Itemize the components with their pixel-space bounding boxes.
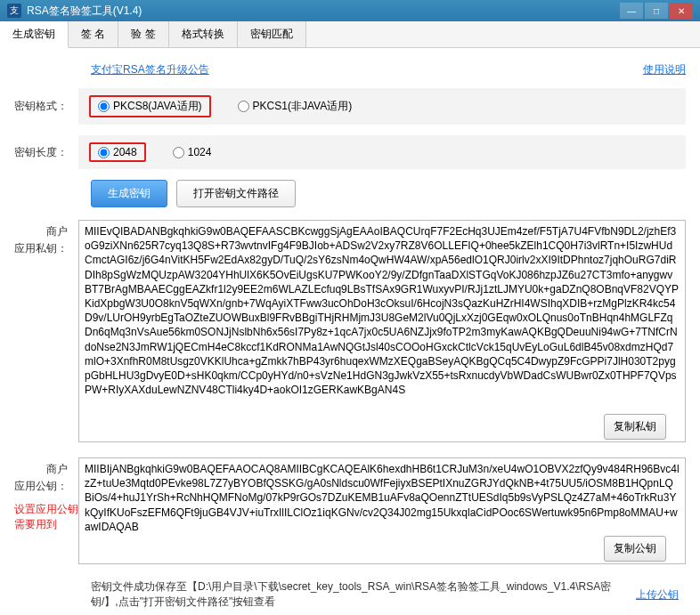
save-path-message: 密钥文件成功保存至【D:\用户目录\下载\secret_key_tools_RS… bbox=[91, 579, 625, 610]
radio-pkcs8[interactable]: PKCS8(JAVA适用) bbox=[98, 99, 202, 114]
tab-key-match[interactable]: 密钥匹配 bbox=[238, 21, 306, 47]
maximize-button[interactable]: □ bbox=[645, 3, 668, 19]
close-button[interactable]: ✕ bbox=[670, 3, 693, 19]
radio-pkcs1-label: PKCS1(非JAVA适用) bbox=[253, 99, 353, 114]
copy-private-key-button[interactable]: 复制私钥 bbox=[604, 414, 666, 440]
public-key-red-note: 设置应用公钥 需要用到 bbox=[14, 502, 84, 532]
public-key-label: 商户 应用公钥： bbox=[14, 457, 78, 495]
tab-bar: 生成密钥 签 名 验 签 格式转换 密钥匹配 bbox=[0, 21, 700, 48]
app-icon: 支 bbox=[7, 4, 21, 18]
open-key-path-button[interactable]: 打开密钥文件路径 bbox=[176, 180, 296, 207]
radio-2048[interactable]: 2048 bbox=[98, 146, 137, 158]
usage-link[interactable]: 使用说明 bbox=[643, 62, 686, 77]
minimize-button[interactable]: — bbox=[620, 3, 643, 19]
window-title: RSA签名验签工具(V1.4) bbox=[27, 4, 620, 19]
key-length-label: 密钥长度： bbox=[14, 145, 78, 160]
radio-pkcs1[interactable]: PKCS1(非JAVA适用) bbox=[238, 99, 353, 114]
radio-1024[interactable]: 1024 bbox=[173, 146, 212, 158]
tab-generate-key[interactable]: 生成密钥 bbox=[0, 21, 69, 48]
copy-public-key-button[interactable]: 复制公钥 bbox=[604, 536, 666, 562]
generate-key-button[interactable]: 生成密钥 bbox=[91, 180, 167, 207]
tab-verify[interactable]: 验 签 bbox=[118, 21, 168, 47]
private-key-label: 商户 应用私钥： bbox=[14, 220, 78, 257]
public-key-textarea[interactable] bbox=[78, 457, 686, 564]
key-format-label: 密钥格式： bbox=[14, 99, 78, 114]
radio-1024-label: 1024 bbox=[188, 146, 212, 158]
upgrade-notice-link[interactable]: 支付宝RSA签名升级公告 bbox=[91, 62, 209, 77]
radio-pkcs8-label: PKCS8(JAVA适用) bbox=[113, 99, 202, 114]
upload-public-key-link[interactable]: 上传公钥 bbox=[636, 587, 686, 603]
private-key-textarea[interactable] bbox=[78, 220, 686, 442]
tab-sign[interactable]: 签 名 bbox=[69, 21, 118, 47]
radio-2048-label: 2048 bbox=[113, 146, 137, 158]
tab-format-convert[interactable]: 格式转换 bbox=[169, 21, 238, 47]
